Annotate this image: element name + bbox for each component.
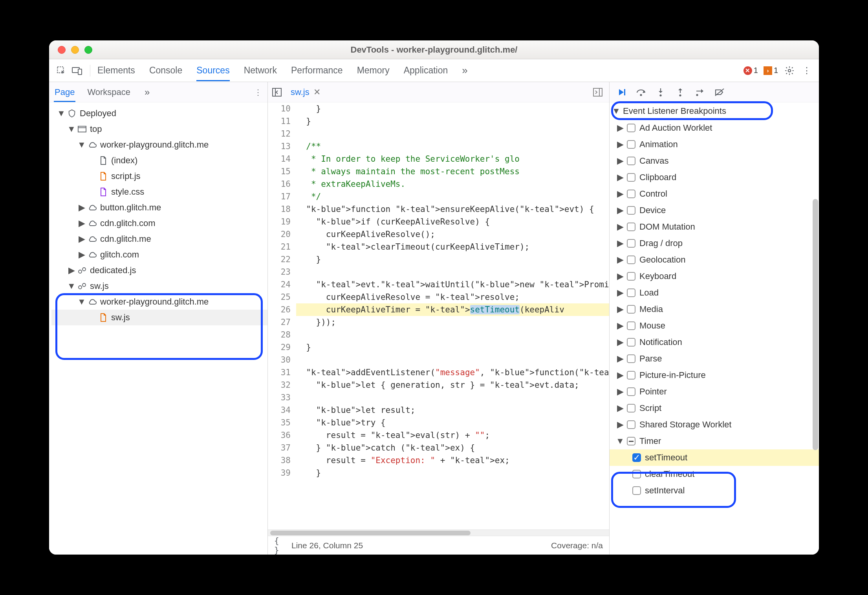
settings-icon[interactable] (784, 65, 795, 77)
toggle-navigator-icon[interactable] (271, 86, 283, 98)
tree-top[interactable]: ▼top (51, 121, 267, 137)
tabs-overflow[interactable]: » (462, 59, 467, 82)
inspect-element-icon[interactable] (55, 65, 67, 77)
breakpoint-category[interactable]: ▶Clipboard (610, 169, 819, 186)
checkbox-indeterminate[interactable] (627, 437, 635, 445)
event-listener-breakpoints-header[interactable]: ▼ Event Listener Breakpoints (610, 102, 819, 120)
breakpoint-category[interactable]: ▶Geolocation (610, 252, 819, 268)
checkbox[interactable] (627, 404, 635, 412)
toggle-debugger-icon[interactable] (592, 86, 604, 98)
kebab-menu-icon[interactable]: ⋮ (801, 65, 813, 77)
checkbox[interactable] (627, 256, 635, 264)
editor-h-scrollbar[interactable] (268, 529, 609, 536)
pretty-print-icon[interactable]: { } (274, 540, 286, 551)
checkbox[interactable] (632, 486, 641, 495)
step-over-icon[interactable] (635, 87, 646, 98)
checkbox[interactable] (627, 173, 635, 182)
tab-elements[interactable]: Elements (97, 60, 135, 81)
tab-memory[interactable]: Memory (357, 60, 390, 81)
breakpoint-item[interactable]: setInterval (610, 482, 819, 499)
breakpoint-category[interactable]: ▶Device (610, 202, 819, 219)
checkbox[interactable] (627, 387, 635, 396)
nav-tab-workspace[interactable]: Workspace (86, 82, 131, 102)
step-into-icon[interactable] (655, 87, 666, 98)
tree-origin-main[interactable]: ▼worker-playground.glitch.me (51, 137, 267, 153)
checkbox[interactable] (627, 420, 635, 429)
breakpoint-category[interactable]: ▶Parse (610, 350, 819, 367)
checkbox[interactable] (627, 206, 635, 215)
tree-sw-file[interactable]: sw.js (51, 310, 267, 325)
breakpoint-category[interactable]: ▶Mouse (610, 318, 819, 334)
tree-origin-glitch[interactable]: ▶glitch.com (51, 247, 267, 263)
breakpoint-category[interactable]: ▶Ad Auction Worklet (610, 120, 819, 136)
tree-origin-button[interactable]: ▶button.glitch.me (51, 200, 267, 215)
checkbox[interactable] (627, 190, 635, 198)
nav-kebab-icon[interactable]: ⋮ (254, 88, 262, 97)
deactivate-breakpoints-icon[interactable] (714, 87, 725, 98)
breakpoint-category[interactable]: ▶Notification (610, 334, 819, 350)
breakpoint-category[interactable]: ▶Canvas (610, 153, 819, 169)
tree-file-scriptjs[interactable]: script.js (51, 168, 267, 184)
scroll-thumb[interactable] (270, 531, 471, 535)
minimize-window-icon[interactable] (71, 46, 79, 54)
breakpoint-item[interactable]: ✓setTimeout (610, 449, 819, 466)
checkbox[interactable] (627, 288, 635, 297)
checkbox[interactable] (627, 124, 635, 132)
checkbox[interactable] (627, 223, 635, 231)
zoom-window-icon[interactable] (84, 46, 92, 54)
tree-file-index[interactable]: (index) (51, 153, 267, 168)
checkbox[interactable]: ✓ (632, 453, 641, 462)
tab-network[interactable]: Network (244, 60, 277, 81)
right-scrollbar[interactable] (813, 105, 818, 552)
checkbox[interactable] (627, 305, 635, 314)
checkbox[interactable] (627, 140, 635, 149)
nav-tabs-overflow[interactable]: » (145, 87, 150, 98)
checkbox[interactable] (627, 239, 635, 248)
breakpoint-category[interactable]: ▶Control (610, 186, 819, 202)
tab-application[interactable]: Application (404, 60, 448, 81)
tree-dedicated[interactable]: ▶dedicated.js (51, 263, 267, 278)
checkbox[interactable] (627, 321, 635, 330)
checkbox[interactable] (632, 470, 641, 478)
scroll-thumb[interactable] (813, 199, 818, 450)
breakpoint-category[interactable]: ▶Drag / drop (610, 235, 819, 252)
close-window-icon[interactable] (58, 46, 66, 54)
nav-tab-page[interactable]: Page (54, 82, 75, 102)
errors-badge[interactable]: ✕ 1 (743, 66, 758, 75)
editor-file-tab[interactable]: sw.js ✕ (286, 87, 325, 97)
checkbox[interactable] (627, 354, 635, 363)
tab-sources[interactable]: Sources (196, 60, 229, 81)
checkbox[interactable] (627, 272, 635, 281)
tab-console[interactable]: Console (149, 60, 182, 81)
tree-deployed[interactable]: ▼Deployed (51, 106, 267, 121)
breakpoint-category-timer[interactable]: ▼Timer (610, 433, 819, 449)
checkbox[interactable] (627, 371, 635, 380)
step-icon[interactable] (694, 87, 705, 98)
chevron-right-icon: ▶ (617, 156, 623, 166)
breakpoint-category[interactable]: ▶Picture-in-Picture (610, 367, 819, 383)
breakpoint-category[interactable]: ▶Script (610, 400, 819, 416)
tree-file-stylecss[interactable]: style.css (51, 184, 267, 200)
code-content[interactable]: } } /** * In order to keep the ServiceWo… (296, 102, 609, 479)
breakpoint-category[interactable]: ▶DOM Mutation (610, 219, 819, 235)
warnings-badge[interactable]: › 1 (764, 66, 778, 75)
tree-origin-cdnme[interactable]: ▶cdn.glitch.me (51, 231, 267, 247)
tree-sw-origin[interactable]: ▼worker-playground.glitch.me (51, 294, 267, 310)
tree-origin-cdncom[interactable]: ▶cdn.glitch.com (51, 215, 267, 231)
breakpoint-category[interactable]: ▶Pointer (610, 383, 819, 400)
resume-icon[interactable] (616, 87, 627, 98)
breakpoint-category[interactable]: ▶Media (610, 301, 819, 318)
checkbox[interactable] (627, 338, 635, 347)
checkbox[interactable] (627, 157, 635, 165)
breakpoint-category[interactable]: ▶Animation (610, 136, 819, 153)
tree-sw[interactable]: ▼sw.js (51, 278, 267, 294)
code-editor[interactable]: 1011121314151617181920212223242526272829… (268, 102, 609, 529)
breakpoint-item[interactable]: clearTimeout (610, 466, 819, 482)
device-toggle-icon[interactable] (71, 65, 83, 77)
tab-performance[interactable]: Performance (291, 60, 343, 81)
breakpoint-category[interactable]: ▶Keyboard (610, 268, 819, 285)
breakpoint-category[interactable]: ▶Shared Storage Worklet (610, 416, 819, 433)
breakpoint-category[interactable]: ▶Load (610, 285, 819, 301)
step-out-icon[interactable] (675, 87, 686, 98)
close-tab-icon[interactable]: ✕ (313, 87, 320, 97)
